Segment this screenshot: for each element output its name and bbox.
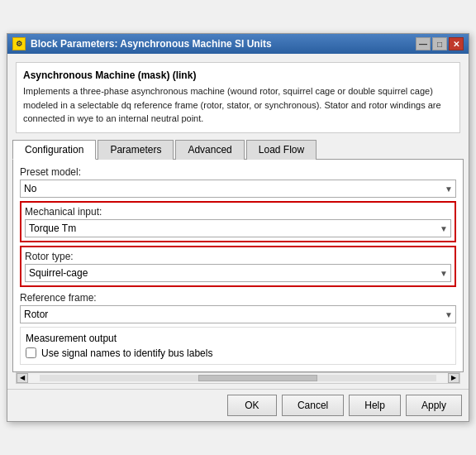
- main-window: ⚙ Block Parameters: Asynchronous Machine…: [7, 33, 469, 422]
- minimize-button[interactable]: —: [416, 37, 431, 50]
- tabs-container: Configuration Parameters Advanced Load F…: [12, 140, 464, 160]
- rotor-dropdown[interactable]: Squirrel-cage Wound: [25, 264, 451, 282]
- window-title: Block Parameters: Asynchronous Machine S…: [31, 38, 272, 50]
- tab-parameters[interactable]: Parameters: [98, 140, 174, 160]
- tab-configuration[interactable]: Configuration: [12, 140, 96, 160]
- titlebar-left: ⚙ Block Parameters: Asynchronous Machine…: [12, 37, 272, 50]
- horizontal-scrollbar[interactable]: ◀ ▶: [16, 372, 460, 384]
- close-button[interactable]: ✕: [449, 37, 464, 50]
- mechanical-section: Mechanical input: Torque Tm Speed w ▼: [20, 201, 456, 242]
- reference-dropdown-container: Rotor Stator Synchronous ▼: [20, 305, 456, 323]
- mechanical-dropdown-container: Torque Tm Speed w ▼: [25, 219, 451, 237]
- window-icon: ⚙: [12, 37, 26, 50]
- apply-button[interactable]: Apply: [406, 395, 462, 416]
- outer-content: Asynchronous Machine (mask) (link) Imple…: [7, 54, 469, 389]
- bottom-bar: OK Cancel Help Apply: [7, 389, 469, 421]
- tab-loadflow[interactable]: Load Flow: [246, 140, 317, 160]
- cancel-button[interactable]: Cancel: [282, 395, 344, 416]
- bus-labels-label: Use signal names to identify bus labels: [41, 347, 212, 359]
- measurement-group: Measurement output Use signal names to i…: [20, 327, 456, 365]
- ok-button[interactable]: OK: [227, 395, 277, 416]
- mechanical-dropdown[interactable]: Torque Tm Speed w: [25, 219, 451, 237]
- titlebar-buttons: — □ ✕: [416, 37, 464, 50]
- reference-dropdown[interactable]: Rotor Stator Synchronous: [20, 305, 456, 323]
- description-text: Implements a three-phase asynchronous ma…: [23, 84, 453, 126]
- reference-label: Reference frame:: [20, 292, 456, 304]
- maximize-button[interactable]: □: [432, 37, 447, 50]
- description-box: Asynchronous Machine (mask) (link) Imple…: [16, 62, 460, 133]
- scrollbar-thumb[interactable]: [198, 375, 317, 381]
- tab-advanced[interactable]: Advanced: [175, 140, 244, 160]
- rotor-section: Rotor type: Squirrel-cage Wound ▼: [20, 246, 456, 287]
- preset-dropdown-container: No ▼: [20, 180, 456, 198]
- checkbox-row: Use signal names to identify bus labels: [26, 347, 450, 359]
- mechanical-label: Mechanical input:: [25, 206, 451, 218]
- rotor-dropdown-container: Squirrel-cage Wound ▼: [25, 264, 451, 282]
- rotor-label: Rotor type:: [25, 251, 451, 262]
- preset-label: Preset model:: [20, 166, 456, 178]
- tab-content: Preset model: No ▼ Mechanical input: Tor…: [12, 160, 464, 372]
- help-button[interactable]: Help: [349, 395, 401, 416]
- description-title: Asynchronous Machine (mask) (link): [23, 69, 453, 81]
- preset-dropdown[interactable]: No: [20, 180, 456, 198]
- scroll-left-button[interactable]: ◀: [17, 373, 28, 383]
- scrollbar-track: [40, 375, 436, 381]
- titlebar: ⚙ Block Parameters: Asynchronous Machine…: [7, 34, 469, 54]
- bus-labels-checkbox[interactable]: [26, 347, 36, 358]
- measurement-title: Measurement output: [26, 333, 450, 344]
- scroll-right-button[interactable]: ▶: [448, 373, 459, 383]
